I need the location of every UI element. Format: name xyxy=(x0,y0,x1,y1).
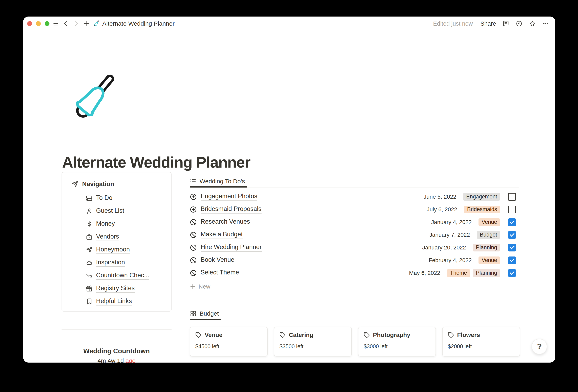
todo-title[interactable]: Select Theme xyxy=(201,269,239,277)
todo-date[interactable]: February 4, 2022 xyxy=(429,257,472,263)
todo-date[interactable]: May 6, 2022 xyxy=(409,270,440,276)
help-button[interactable]: ? xyxy=(531,339,547,354)
countdown-duration: 4m 4w 1d xyxy=(97,357,124,363)
table-row[interactable]: Bridesmaid Proposals July 6, 2022 Brides… xyxy=(190,203,519,216)
budget-card-venue[interactable]: Venue $4500 left xyxy=(190,327,268,356)
nav-item-label[interactable]: Registry Sites xyxy=(96,285,135,293)
tab-wedding-todos[interactable]: Wedding To Do's xyxy=(190,175,247,187)
close-window-button[interactable] xyxy=(27,21,32,26)
todo-title[interactable]: Book Venue xyxy=(201,256,234,264)
table-row[interactable]: Make a Budget January 7, 2022 Budget xyxy=(190,228,519,241)
todo-date[interactable]: January 7, 2022 xyxy=(430,232,470,238)
todo-title[interactable]: Bridesmaid Proposals xyxy=(201,205,262,214)
app-window: Alternate Wedding Planner Edited just no… xyxy=(23,17,555,363)
sidebar-item-inspiration[interactable]: Countdown Chec... Inspiration xyxy=(86,256,171,269)
nav-item-label[interactable]: Countdown Chec... xyxy=(96,272,149,280)
page-title: Alternate Wedding Planner xyxy=(62,153,250,171)
todo-tag[interactable]: Budget xyxy=(477,231,500,239)
todo-checkbox[interactable] xyxy=(508,231,516,239)
minimize-window-button[interactable] xyxy=(36,21,41,26)
todo-title[interactable]: Research Venues xyxy=(201,218,250,226)
sidebar-item-to-do[interactable]: To Do xyxy=(86,192,171,205)
sidebar-item-registry-sites[interactable]: Registry Sites xyxy=(86,282,171,295)
todo-date[interactable]: January 20, 2022 xyxy=(422,244,466,251)
favorite-button[interactable] xyxy=(529,20,536,27)
tag-icon xyxy=(280,332,286,338)
zoom-window-button[interactable] xyxy=(45,21,49,26)
todo-tag[interactable]: Planning xyxy=(473,244,500,252)
status-icon xyxy=(190,193,197,200)
todo-checkbox[interactable] xyxy=(508,269,516,277)
budget-card-remaining: $4500 left xyxy=(195,343,262,350)
sidebar-item-helpful-links[interactable]: Helpful Links xyxy=(86,295,171,308)
sidebar-menu-button[interactable] xyxy=(52,20,59,27)
forward-button[interactable] xyxy=(72,20,80,27)
new-todo-label: New xyxy=(198,283,210,290)
database-icon xyxy=(86,195,93,202)
plus-icon xyxy=(190,284,196,290)
nav-item-label[interactable]: Vendors xyxy=(96,233,119,241)
nav-item-label[interactable]: Guest List xyxy=(96,207,124,215)
star-icon xyxy=(529,20,536,27)
todo-tag[interactable]: Planning xyxy=(473,269,500,277)
todo-title[interactable]: Make a Budget xyxy=(201,231,243,239)
nav-item-label[interactable]: Honeymoon xyxy=(96,246,130,254)
new-tab-button[interactable] xyxy=(83,20,90,27)
sidebar-item-guest-list[interactable]: Guest List xyxy=(86,205,171,218)
sidebar-item-honeymoon[interactable]: Honeymoon xyxy=(86,243,171,256)
todo-title[interactable]: Hire Wedding Planner xyxy=(201,243,262,252)
gallery-view-icon xyxy=(190,310,196,317)
nav-item-label[interactable]: To Do xyxy=(96,194,112,202)
breadcrumb[interactable]: Alternate Wedding Planner xyxy=(93,20,175,27)
table-row[interactable]: Select Theme May 6, 2022 Theme Planning xyxy=(190,266,519,279)
nav-item-label[interactable]: Helpful Links xyxy=(96,298,132,306)
tab-label: Budget xyxy=(200,310,219,317)
tag-icon xyxy=(448,332,454,338)
sidebar-item-countdown-checklist[interactable]: Countdown Chec... xyxy=(86,269,171,282)
todo-tag[interactable]: Bridesmaids xyxy=(464,206,500,213)
bell-page-cover-icon[interactable] xyxy=(66,71,120,126)
todo-tag[interactable]: Venue xyxy=(479,218,500,226)
todo-tag[interactable]: Engagement xyxy=(463,193,500,201)
todo-tag[interactable]: Venue xyxy=(479,257,500,264)
table-row[interactable]: Book Venue February 4, 2022 Venue xyxy=(190,254,519,266)
todo-checkbox[interactable] xyxy=(508,206,516,213)
todo-checkbox[interactable] xyxy=(508,218,516,226)
sidebar-item-money[interactable]: Money xyxy=(86,218,171,230)
table-row[interactable]: Research Venues January 4, 2022 Venue xyxy=(190,216,519,228)
todo-checkbox[interactable] xyxy=(508,257,516,264)
back-button[interactable] xyxy=(62,20,70,27)
budget-card-title: Venue xyxy=(205,332,222,338)
todo-checkbox[interactable] xyxy=(508,193,516,201)
todo-title[interactable]: Engagement Photos xyxy=(201,193,257,201)
todo-tag[interactable]: Theme xyxy=(447,269,470,277)
todo-date[interactable]: January 4, 2022 xyxy=(431,219,472,225)
tab-label: Wedding To Do's xyxy=(200,178,245,185)
todo-list: Engagement Photos June 5, 2022 Engagemen… xyxy=(190,190,519,292)
budget-card-catering[interactable]: Catering $3500 left xyxy=(274,327,352,356)
nav-item-label[interactable]: Inspiration xyxy=(96,259,125,267)
ban-icon xyxy=(190,244,197,251)
ellipsis-icon xyxy=(542,20,549,27)
table-row[interactable]: Engagement Photos June 5, 2022 Engagemen… xyxy=(190,190,519,203)
wedding-countdown: Wedding Countdown 4m 4w 1d ago xyxy=(53,347,180,363)
tab-budget[interactable]: Budget xyxy=(190,307,221,320)
table-row[interactable]: Hire Wedding Planner January 20, 2022 Pl… xyxy=(190,241,519,254)
tag-icon xyxy=(364,332,370,338)
history-button[interactable] xyxy=(515,20,523,27)
plus-circle-icon xyxy=(190,193,197,200)
more-options-button[interactable] xyxy=(542,20,549,27)
budget-card-flowers[interactable]: Flowers $2000 left xyxy=(442,327,520,356)
budget-view-tabs: Budget xyxy=(190,307,519,320)
sidebar-item-vendors[interactable]: Vendors xyxy=(86,230,171,243)
comments-button[interactable] xyxy=(502,20,509,27)
budget-card-remaining: $3000 left xyxy=(364,343,430,350)
todo-date[interactable]: June 5, 2022 xyxy=(424,194,456,200)
budget-card-photography[interactable]: Photography $3000 left xyxy=(358,327,436,356)
nav-item-label[interactable]: Money xyxy=(96,220,115,228)
todo-checkbox[interactable] xyxy=(508,244,516,252)
breadcrumb-title: Alternate Wedding Planner xyxy=(102,20,175,27)
share-button[interactable]: Share xyxy=(481,20,496,27)
new-todo-button[interactable]: New xyxy=(190,281,519,292)
todo-date[interactable]: July 6, 2022 xyxy=(427,206,457,213)
